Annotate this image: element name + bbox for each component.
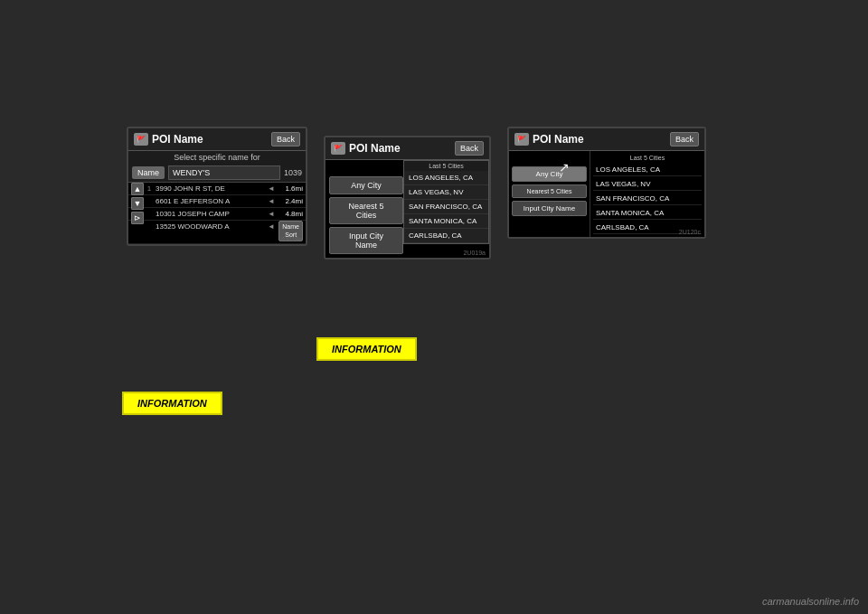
- row-distance: 1.6mi: [278, 184, 303, 193]
- information-box-2: INFORMATION: [316, 337, 417, 361]
- screen1-subheader: Select specific name for: [128, 151, 306, 164]
- screen1-header: 🚩 POI Name Back: [128, 128, 306, 151]
- table-row[interactable]: 10301 JOSEPH CAMP ◄ 4.8mi: [128, 208, 306, 221]
- scroll-down-button[interactable]: ▼: [131, 197, 144, 210]
- screen2-back-button[interactable]: Back: [455, 141, 484, 156]
- screen3-input-city-button[interactable]: Input City Name: [512, 201, 587, 216]
- list-item[interactable]: LAS VEGAS, NV: [593, 178, 702, 191]
- screen3-any-city-button[interactable]: Any City: [512, 166, 587, 182]
- screen3-city-expanded: 🚩 POI Name Back Last 5 Cities Any City N…: [507, 127, 706, 239]
- row-name: 10301 JOSEPH CAMP: [156, 210, 265, 218]
- screen3-content: Last 5 Cities Any City Nearest 5 Cities …: [509, 151, 704, 237]
- screen1-poi-list: 🚩 POI Name Back Select specific name for…: [127, 127, 307, 246]
- any-city-button[interactable]: Any City: [329, 176, 403, 194]
- screen3-title-group: 🚩 POI Name: [514, 133, 584, 146]
- screen2-id: 2U019a: [463, 250, 486, 256]
- screen3-dropdown-label: Last 5 Cities: [593, 154, 702, 162]
- row-name: 3990 JOHN R ST, DE: [156, 184, 265, 193]
- row-number: 1: [145, 184, 154, 193]
- input-city-name-button[interactable]: Input City Name: [329, 227, 403, 254]
- row-direction-icon: ◄: [267, 184, 276, 193]
- list-item[interactable]: SANTA MONICA, CA: [404, 214, 488, 229]
- screen1-name-tab[interactable]: Name: [132, 166, 165, 179]
- screen2-header: 🚩 POI Name Back: [326, 137, 489, 160]
- watermark: carmanualsonline.info: [762, 596, 859, 607]
- poi-icon-2: 🚩: [331, 142, 345, 155]
- nearest-5-cities-button[interactable]: Nearest 5 Cities: [329, 197, 403, 224]
- screen1-count: 1039: [284, 168, 302, 177]
- table-row[interactable]: 6601 E JEFFERSON A ◄ 2.4mi: [128, 195, 306, 208]
- scroll-up-button[interactable]: ▲: [131, 183, 144, 195]
- info-box-1-text: INFORMATION: [137, 398, 207, 409]
- city-dropdown: Last 5 Cities LOS ANGELES, CA LAS VEGAS,…: [403, 160, 489, 244]
- list-item[interactable]: SAN FRANCISCO, CA: [593, 193, 702, 205]
- list-item[interactable]: SAN FRANCISCO, CA: [404, 200, 488, 214]
- screen3-header: 🚩 POI Name Back: [509, 128, 704, 151]
- screen1-title: POI Name: [152, 133, 203, 146]
- info-box-2-text: INFORMATION: [332, 344, 401, 354]
- row-name: 6601 E JEFFERSON A: [156, 197, 265, 205]
- screen1-id: 2U018a: [279, 236, 302, 242]
- poi-icon-3: 🚩: [514, 133, 529, 146]
- screen1-name-bar: Name WENDY'S 1039: [128, 164, 306, 183]
- row-name: 13525 WOODWARD A: [156, 222, 265, 231]
- screen1-title-group: 🚩 POI Name: [134, 133, 203, 146]
- dropdown-label: Last 5 Cities: [404, 161, 488, 171]
- row-distance: 2.4mi: [278, 197, 303, 205]
- screen3-back-button[interactable]: Back: [670, 132, 699, 146]
- screen3-right-panel: Last 5 Cities LOS ANGELES, CA LAS VEGAS,…: [590, 151, 704, 237]
- screen2-title-group: 🚩 POI Name: [331, 142, 401, 155]
- screen2-city-buttons: Last 5 Cities Any City Nearest 5 Cities …: [326, 160, 407, 258]
- scroll-first-button[interactable]: ⊳: [131, 212, 144, 224]
- row-direction-icon: ◄: [267, 197, 276, 205]
- list-item[interactable]: SANTA MONICA, CA: [593, 207, 702, 220]
- screens-container: 🚩 POI Name Back Select specific name for…: [127, 127, 706, 260]
- row-distance: 4.8mi: [278, 210, 303, 218]
- screen3-id: 2U120c: [679, 229, 701, 235]
- page-background: 🚩 POI Name Back Select specific name for…: [0, 0, 868, 614]
- screen3-title: POI Name: [533, 133, 584, 146]
- screen1-back-button[interactable]: Back: [271, 132, 300, 146]
- row-direction-icon: ◄: [267, 222, 276, 231]
- information-box-1: INFORMATION: [122, 392, 222, 415]
- list-item[interactable]: LAS VEGAS, NV: [404, 185, 488, 200]
- screen3-left-panel: Last 5 Cities Any City Nearest 5 Cities …: [509, 151, 590, 237]
- screen3-nearest-cities-button[interactable]: Nearest 5 Cities: [512, 184, 587, 198]
- list-item[interactable]: CARLSBAD, CA: [404, 229, 488, 243]
- poi-icon-1: 🚩: [134, 133, 148, 146]
- table-row[interactable]: 1 3990 JOHN R ST, DE ◄ 1.6mi: [128, 183, 306, 195]
- screen2-city-select: 🚩 POI Name Back Last 5 Cities Any City N…: [324, 136, 491, 260]
- screen1-search-value[interactable]: WENDY'S: [168, 165, 280, 180]
- list-item[interactable]: LOS ANGELES, CA: [593, 164, 702, 176]
- screen2-title: POI Name: [349, 142, 401, 155]
- scroll-controls: ▲ ▼ ⊳: [131, 183, 144, 224]
- row-direction-icon: ◄: [267, 210, 276, 218]
- list-item[interactable]: LOS ANGELES, CA: [404, 171, 488, 185]
